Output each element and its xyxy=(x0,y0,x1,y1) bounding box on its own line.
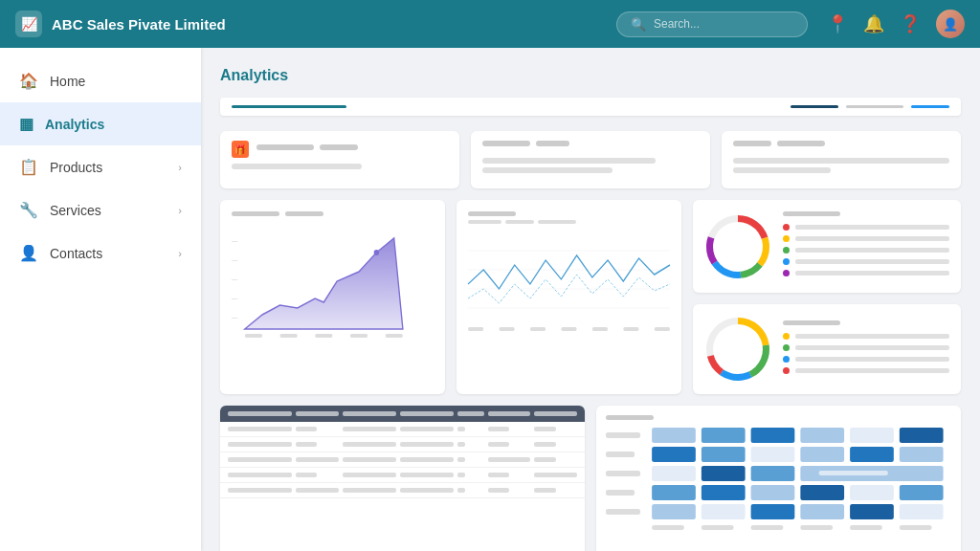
app-logo: 📈 ABC Sales Pivate Limited xyxy=(15,11,226,37)
svg-rect-52 xyxy=(850,447,894,462)
svg-rect-45 xyxy=(800,428,844,443)
line-chart-svg xyxy=(468,231,670,337)
notification-icon[interactable]: 🔔 xyxy=(863,13,884,34)
products-icon: 📋 xyxy=(19,158,38,176)
svg-rect-10 xyxy=(386,334,403,338)
svg-rect-73 xyxy=(751,525,784,530)
th-4 xyxy=(400,411,454,416)
svg-rect-15 xyxy=(468,327,483,331)
svg-rect-42 xyxy=(652,428,696,443)
svg-rect-7 xyxy=(279,334,297,338)
active-tab-indicator xyxy=(232,105,346,108)
svg-rect-21 xyxy=(655,327,670,331)
svg-rect-59 xyxy=(652,485,696,500)
location-icon[interactable]: 📍 xyxy=(827,13,848,34)
svg-point-5 xyxy=(374,250,380,255)
svg-rect-70 xyxy=(900,504,944,519)
donut-card-1 xyxy=(693,200,961,293)
sidebar-label-contacts: Contacts xyxy=(50,246,102,261)
page-title: Analytics xyxy=(220,67,961,84)
app-title: ABC Sales Pivate Limited xyxy=(52,16,226,33)
search-bar[interactable]: 🔍 Search... xyxy=(616,11,808,37)
svg-text:—: — xyxy=(232,295,238,301)
tab-bar xyxy=(220,98,961,116)
sidebar-label-home: Home xyxy=(50,74,85,89)
svg-rect-55 xyxy=(702,466,746,481)
help-icon[interactable]: ❓ xyxy=(900,13,921,34)
home-icon: 🏠 xyxy=(19,72,38,90)
donut-chart-2 xyxy=(704,316,771,383)
header-actions: 📍 🔔 ❓ 👤 xyxy=(827,10,965,38)
svg-rect-65 xyxy=(652,504,696,519)
logo-icon: 📈 xyxy=(15,11,42,37)
th-2 xyxy=(296,411,339,416)
svg-rect-40 xyxy=(606,490,635,496)
avatar[interactable]: 👤 xyxy=(936,10,965,38)
svg-rect-56 xyxy=(751,466,795,481)
analytics-icon: ▦ xyxy=(19,115,33,133)
contacts-chevron: › xyxy=(178,248,182,259)
services-icon: 🔧 xyxy=(19,201,38,219)
services-chevron: › xyxy=(178,205,182,216)
svg-rect-41 xyxy=(606,509,640,515)
products-chevron: › xyxy=(178,162,182,173)
charts-grid: — — — — — xyxy=(220,200,961,394)
svg-rect-64 xyxy=(900,485,944,500)
svg-rect-43 xyxy=(702,428,746,443)
contacts-icon: 👤 xyxy=(19,244,38,262)
svg-rect-16 xyxy=(499,327,514,331)
mini-cards-row: 🎁 xyxy=(220,131,961,188)
svg-rect-17 xyxy=(530,327,546,331)
card-bar-1 xyxy=(232,164,362,169)
svg-rect-69 xyxy=(850,504,894,519)
tab-right-options xyxy=(791,105,949,108)
donut-chart-1 xyxy=(704,213,771,280)
svg-rect-50 xyxy=(751,447,795,462)
svg-rect-46 xyxy=(850,428,894,443)
svg-rect-20 xyxy=(623,327,638,331)
mini-card-2 xyxy=(471,131,710,188)
table-header xyxy=(220,406,585,422)
tab-option-1[interactable] xyxy=(791,105,838,108)
donut-1-legend xyxy=(783,211,949,281)
svg-rect-71 xyxy=(652,525,684,530)
svg-rect-8 xyxy=(315,334,332,338)
sidebar-item-services[interactable]: 🔧 Services › xyxy=(0,188,201,231)
svg-rect-6 xyxy=(245,334,262,338)
th-6 xyxy=(488,411,531,416)
sidebar-label-products: Products xyxy=(50,160,102,175)
tab-option-2[interactable] xyxy=(846,105,903,108)
svg-rect-9 xyxy=(350,334,368,338)
heatmap-svg xyxy=(606,428,951,551)
svg-rect-44 xyxy=(751,428,795,443)
main-layout: 🏠 Home ▦ Analytics 📋 Products › 🔧 Servic… xyxy=(0,48,980,551)
svg-rect-37 xyxy=(606,432,640,438)
svg-text:—: — xyxy=(232,314,238,320)
area-chart-svg: — — — — — xyxy=(232,224,434,339)
sidebar-item-home[interactable]: 🏠 Home xyxy=(0,59,201,102)
content-area: Analytics 🎁 xyxy=(201,48,980,551)
svg-rect-74 xyxy=(800,525,833,530)
svg-rect-47 xyxy=(900,428,944,443)
svg-rect-39 xyxy=(606,471,640,476)
table-row xyxy=(220,452,585,468)
svg-point-29 xyxy=(721,230,755,264)
search-placeholder: Search... xyxy=(654,17,700,31)
donut-2-legend xyxy=(783,320,949,379)
svg-rect-19 xyxy=(592,327,608,331)
tab-option-3[interactable] xyxy=(911,105,949,108)
mini-card-1: 🎁 xyxy=(220,131,459,188)
sidebar-item-analytics[interactable]: ▦ Analytics xyxy=(0,102,201,145)
svg-rect-67 xyxy=(751,504,795,519)
th-3 xyxy=(343,411,396,416)
svg-rect-58 xyxy=(819,471,888,475)
sidebar: 🏠 Home ▦ Analytics 📋 Products › 🔧 Servic… xyxy=(0,48,201,551)
line-chart-card xyxy=(457,200,681,394)
svg-rect-68 xyxy=(800,504,844,519)
bottom-grid xyxy=(220,406,961,551)
sidebar-item-products[interactable]: 📋 Products › xyxy=(0,145,201,188)
svg-rect-54 xyxy=(652,466,696,481)
sidebar-item-contacts[interactable]: 👤 Contacts › xyxy=(0,231,201,275)
table-row xyxy=(220,437,585,452)
card-icon-1: 🎁 xyxy=(232,141,249,158)
